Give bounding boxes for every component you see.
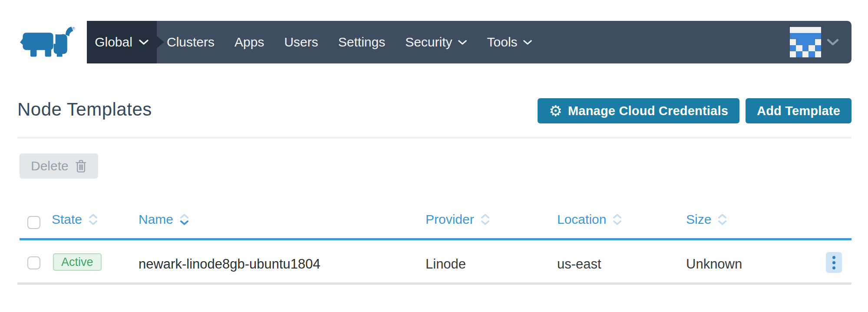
kebab-menu-icon [832, 256, 835, 259]
nav-env-switcher[interactable]: Global [87, 21, 157, 63]
status-badge: Active [53, 253, 102, 271]
nav-env-label: Global [95, 35, 132, 50]
page-actions: ⚙ Manage Cloud Credentials Add Template [538, 98, 851, 123]
user-avatar[interactable] [790, 27, 821, 57]
column-header-provider[interactable]: Provider [426, 211, 490, 228]
row-actions-button[interactable] [826, 252, 842, 273]
nav-item-label: Settings [338, 35, 385, 50]
column-header-size[interactable]: Size [686, 211, 727, 228]
nav-env-pointer [157, 36, 164, 48]
kebab-menu-icon [832, 266, 835, 269]
column-header-name[interactable]: Name [139, 211, 189, 228]
row-checkbox[interactable] [27, 256, 40, 269]
kebab-menu-icon [832, 261, 835, 264]
add-template-button[interactable]: Add Template [746, 98, 851, 123]
gear-icon: ⚙ [549, 103, 562, 118]
sort-chevrons-icon [613, 213, 622, 226]
nav-item-tools[interactable]: Tools [487, 35, 532, 50]
top-navbar: Global Clusters Apps Users Settings Secu… [87, 21, 851, 63]
delete-label: Delete [31, 159, 69, 173]
column-label: Name [139, 212, 173, 227]
sort-chevrons-icon [718, 213, 727, 226]
chevron-down-icon [139, 39, 149, 45]
nav-item-label: Clusters [167, 35, 215, 50]
nav-item-security[interactable]: Security [405, 35, 467, 50]
column-label: Provider [426, 212, 474, 227]
nav-item-label: Tools [487, 35, 518, 50]
sort-chevrons-icon [180, 213, 189, 226]
nav-item-users[interactable]: Users [284, 35, 318, 50]
cell-size: Unknown [686, 256, 742, 272]
nav-item-label: Security [405, 35, 452, 50]
cell-location: us-east [557, 256, 601, 272]
svg-text:®: ® [72, 26, 75, 31]
row-divider [17, 282, 851, 285]
manage-cloud-credentials-button[interactable]: ⚙ Manage Cloud Credentials [538, 98, 739, 123]
cell-name: newark-linode8gb-ubuntu1804 [139, 256, 320, 272]
rancher-logo-icon[interactable]: ® [17, 24, 76, 61]
nav-item-apps[interactable]: Apps [234, 35, 264, 50]
nav-item-label: Users [284, 35, 318, 50]
status-badge-label: Active [61, 256, 93, 269]
cell-provider: Linode [426, 256, 466, 272]
nav-item-label: Apps [234, 35, 264, 50]
nav-item-settings[interactable]: Settings [338, 35, 385, 50]
column-label: State [52, 212, 82, 227]
column-header-location[interactable]: Location [557, 211, 622, 228]
page-title: Node Templates [17, 98, 152, 121]
sort-chevrons-icon [89, 213, 98, 226]
select-all-checkbox[interactable] [27, 216, 40, 229]
chevron-down-icon [523, 40, 532, 45]
column-label: Size [686, 212, 711, 227]
sort-chevrons-icon [481, 213, 490, 226]
add-template-label: Add Template [757, 104, 840, 118]
page: ® Global Clusters Apps Users Settings [0, 0, 868, 312]
column-header-state[interactable]: State [52, 211, 98, 228]
manage-cloud-credentials-label: Manage Cloud Credentials [568, 104, 728, 118]
header-divider [17, 137, 851, 139]
nav-menu: Clusters Apps Users Settings Security To… [167, 21, 532, 63]
nav-item-clusters[interactable]: Clusters [167, 35, 215, 50]
chevron-down-icon [458, 40, 467, 45]
delete-button[interactable]: Delete [20, 153, 98, 179]
chevron-down-icon [826, 38, 839, 46]
user-menu[interactable] [790, 21, 839, 63]
column-label: Location [557, 212, 606, 227]
trash-icon [75, 159, 87, 173]
table-header-underline [20, 238, 851, 240]
